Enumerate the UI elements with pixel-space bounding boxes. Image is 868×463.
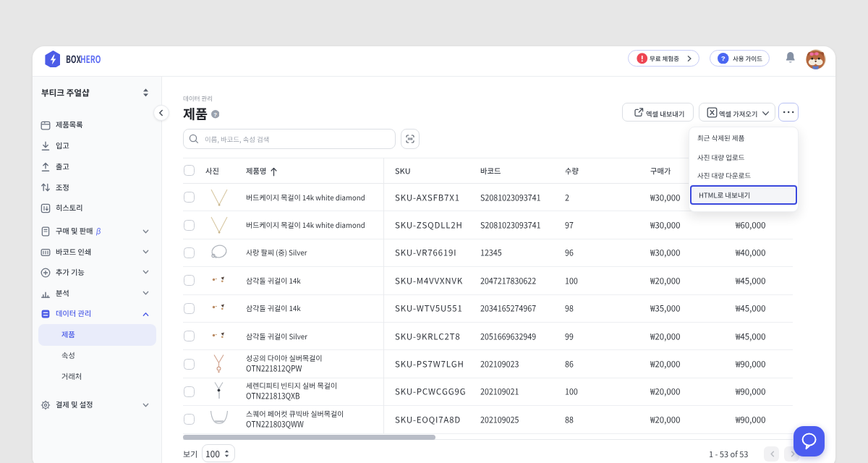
svg-text:?: ? bbox=[721, 54, 726, 62]
svg-text:?: ? bbox=[213, 111, 217, 118]
